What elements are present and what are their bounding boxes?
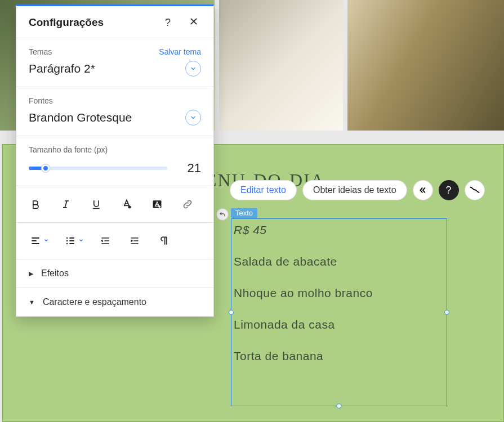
help-icon[interactable]: ?	[160, 17, 175, 29]
font-size-label: Tamanho da fonte (px)	[29, 145, 108, 154]
edit-text-button[interactable]: Editar texto	[230, 180, 297, 200]
text-element[interactable]: Texto R$ 45 Salada de abacate Nhoque ao …	[231, 218, 447, 406]
get-text-ideas-button[interactable]: Obter ideias de texto	[302, 180, 407, 200]
highlight-button[interactable]	[150, 197, 164, 211]
fonts-section: Fontes Brandon Grotesque	[16, 87, 213, 136]
fonts-value: Brandon Grotesque	[29, 111, 132, 124]
themes-value: Parágrafo 2*	[29, 62, 95, 75]
text-line[interactable]: Torta de banana	[234, 349, 444, 363]
undo-icon[interactable]	[216, 208, 229, 221]
italic-button[interactable]	[59, 197, 73, 211]
text-line-price[interactable]: R$ 45	[234, 223, 444, 237]
themes-label: Temas	[29, 47, 52, 56]
underline-button[interactable]	[90, 197, 103, 211]
indent-increase-button[interactable]	[128, 234, 141, 248]
element-toolbar: Editar texto Obter ideias de texto ?	[230, 180, 485, 200]
banner-image-3	[347, 0, 504, 131]
svg-point-0	[128, 206, 131, 209]
resize-handle-right[interactable]	[444, 310, 449, 315]
text-line[interactable]: Salada de abacate	[234, 255, 444, 268]
help-button[interactable]: ?	[439, 180, 459, 200]
font-size-value[interactable]: 21	[176, 161, 201, 176]
paragraph-toolbar	[16, 223, 213, 259]
text-color-button[interactable]	[120, 197, 133, 211]
svg-point-5	[66, 243, 68, 245]
settings-panel-title: Configurações	[29, 16, 160, 29]
svg-point-4	[66, 240, 68, 242]
element-type-badge: Texto	[231, 208, 257, 218]
more-tools-button[interactable]	[413, 180, 433, 200]
text-line[interactable]: Nhoque ao molho branco	[234, 286, 444, 300]
spacing-label: Caractere e espaçamento	[43, 297, 146, 307]
text-content[interactable]: R$ 45 Salada de abacate Nhoque ao molho …	[231, 218, 447, 406]
align-button[interactable]	[29, 234, 42, 248]
banner-image-2	[219, 0, 343, 131]
chevron-down-icon: ▼	[29, 299, 35, 306]
svg-point-3	[66, 237, 68, 239]
effects-label: Efeitos	[41, 268, 69, 279]
settings-panel-header: Configurações ?	[16, 6, 213, 38]
font-size-section: Tamanho da fonte (px) 21	[16, 136, 213, 186]
close-icon[interactable]	[186, 17, 201, 29]
fonts-dropdown-button[interactable]	[185, 110, 201, 125]
themes-section: Temas Salvar tema Parágrafo 2*	[16, 38, 213, 87]
spacing-section-toggle[interactable]: ▼ Caractere e espaçamento	[16, 288, 213, 316]
link-button[interactable]	[181, 197, 194, 211]
indent-decrease-button[interactable]	[99, 234, 112, 248]
chevron-right-icon: ▶	[29, 270, 33, 277]
list-button[interactable]	[64, 234, 77, 248]
font-size-slider[interactable]	[29, 163, 167, 174]
resize-handle-bottom[interactable]	[337, 403, 342, 408]
svg-point-2	[158, 205, 160, 208]
effects-section-toggle[interactable]: ▶ Efeitos	[16, 259, 213, 288]
animation-button[interactable]	[465, 180, 485, 200]
text-direction-button[interactable]	[157, 234, 171, 248]
save-theme-link[interactable]: Salvar tema	[159, 47, 201, 56]
bold-button[interactable]	[29, 197, 42, 211]
slider-thumb[interactable]	[42, 164, 50, 172]
resize-handle-left[interactable]	[229, 310, 234, 315]
fonts-label: Fontes	[29, 96, 53, 105]
settings-panel: Configurações ? Temas Salvar tema Parágr…	[16, 5, 214, 317]
themes-dropdown-button[interactable]	[185, 61, 201, 77]
text-line[interactable]: Limonada da casa	[234, 318, 444, 331]
format-toolbar	[16, 186, 213, 222]
